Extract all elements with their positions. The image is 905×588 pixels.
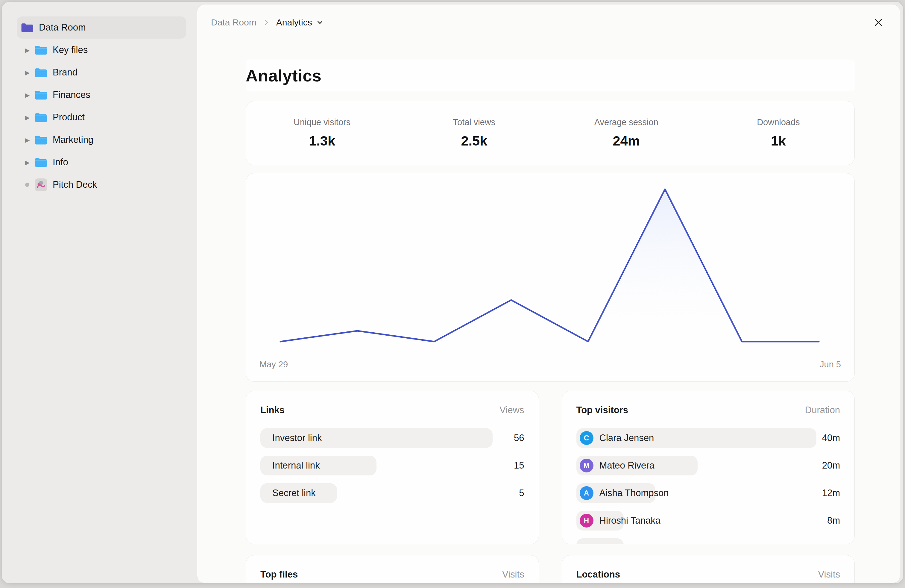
disclosure-triangle-icon: ▶ [25,137,30,143]
link-views-value: 5 [519,483,524,503]
disclosure-triangle-icon: ▶ [25,114,30,121]
close-button[interactable] [870,14,887,31]
sidebar-item[interactable]: ▶ Finances [17,84,186,106]
bottom-card-header: Locations Visits [576,569,840,580]
sidebar-item[interactable]: ▶ Product [17,106,186,129]
chevron-right-icon [263,19,270,26]
link-bar[interactable]: Secret link [260,483,337,503]
disclosure-slot[interactable]: ▶ [21,137,34,143]
stat: Downloads 1k [702,118,854,149]
bottom-card: Locations Visits [562,555,855,583]
visitor-row: H Hiroshi Tanaka 8m [576,511,840,531]
bullet-slot [21,183,34,187]
line-chart [246,173,855,382]
bottom-card-title: Locations [576,569,620,580]
dot-icon [25,183,29,187]
link-views-value: 15 [514,456,524,475]
breadcrumb-current-label: Analytics [276,17,312,27]
stat-label: Average session [550,118,702,127]
breadcrumb: Data Room Analytics [211,17,324,27]
x-axis-label-start: May 29 [259,359,288,369]
stat-value: 1k [702,133,854,149]
disclosure-triangle-icon: ▶ [25,159,30,165]
analytics-content: Analytics Unique visitors 1.3k Total vie… [246,60,855,583]
link-row: Internal link 15 [260,456,524,475]
panel-header: Data Room Analytics [197,5,900,40]
visitor-name: Hiroshi Tanaka [599,515,660,526]
top-visitors-card: Top visitors Duration C Clara Jensen [562,391,855,544]
visitor-bar[interactable]: H Hiroshi Tanaka [576,511,624,531]
sidebar-item-label: Key files [53,44,88,56]
visitor-bar[interactable]: A Aisha Thompson [576,483,656,503]
avatar: A [580,486,594,500]
visitor-duration-value: 20m [822,456,840,475]
visitors-card-header: Top visitors Duration [576,405,840,416]
links-views-header: Views [500,405,524,416]
breadcrumb-current[interactable]: Analytics [276,17,324,27]
disclosure-slot[interactable]: ▶ [21,159,34,165]
link-row: Secret link 5 [260,483,524,503]
links-card-title: Links [260,405,284,416]
folder-icon [34,89,48,100]
sidebar-item[interactable]: ▶ Key files [17,39,186,61]
stat-value: 1.3k [246,133,398,149]
disclosure-slot[interactable]: ▶ [21,114,34,121]
stat-label: Total views [398,118,550,127]
sidebar-item-label: Brand [53,67,78,78]
visitor-name: Aisha Thompson [599,488,669,499]
sidebar-item-label: Finances [53,89,90,100]
visitor-name: Mateo Rivera [599,460,654,471]
link-bar[interactable]: Investor link [260,428,492,448]
visitors-list: C Clara Jensen 40m M Mateo Rivera [576,428,840,544]
middle-cards-row: Links Views Investor link 56 [246,391,855,544]
folder-icon [34,44,48,56]
visitors-card-title: Top visitors [576,405,628,416]
sidebar-item[interactable]: ▶ Info [17,151,186,173]
links-list: Investor link 56 Internal link 15 [260,428,524,503]
disclosure-slot[interactable]: ▶ [21,47,34,53]
visitor-bar[interactable] [576,538,624,544]
link-bar[interactable]: Internal link [260,456,376,475]
stat: Total views 2.5k [398,118,550,149]
sidebar-item-label: Product [53,112,85,123]
stat: Unique visitors 1.3k [246,118,398,149]
bottom-card-header: Top files Visits [260,569,524,580]
disclosure-triangle-icon: ▶ [25,47,30,53]
page-title-strip: Analytics [246,60,855,91]
sidebar-item[interactable]: ▶ Marketing [17,129,186,151]
disclosure-slot[interactable]: ▶ [21,92,34,98]
disclosure-triangle-icon: ▶ [25,70,30,76]
sidebar-item-label: Marketing [53,134,94,145]
avatar: H [580,514,594,528]
visitor-bar[interactable]: M Mateo Rivera [576,456,698,475]
stats-card: Unique visitors 1.3k Total views 2.5k Av… [246,101,855,165]
stat: Average session 24m [550,118,702,149]
links-card: Links Views Investor link 56 [246,391,539,544]
visits-trend-chart: May 29 Jun 5 [246,173,855,382]
folder-icon [34,112,48,123]
folder-icon [34,67,48,78]
stat-value: 24m [550,133,702,149]
stat-value: 2.5k [398,133,550,149]
link-label: Investor link [272,432,322,443]
pitch-deck-thumbnail [34,179,48,191]
sidebar: Data Room ▶ Key files [2,2,197,583]
sidebar-item[interactable]: Pitch Deck [17,174,186,196]
disclosure-slot[interactable]: ▶ [21,70,34,76]
breadcrumb-parent[interactable]: Data Room [211,17,256,27]
screen: Data Room ▶ Key files [0,0,905,588]
visitor-bar[interactable]: C Clara Jensen [576,428,816,448]
stat-label: Downloads [702,118,854,127]
bottom-card-value-header: Visits [502,569,524,580]
link-label: Secret link [272,488,316,499]
visitor-duration-value: 40m [822,428,840,448]
sidebar-item[interactable]: ▶ Brand [17,61,186,84]
visitor-row [576,538,840,544]
folder-icon [34,157,48,168]
visitors-duration-header: Duration [805,405,840,416]
sidebar-item[interactable]: Data Room [17,16,186,39]
visitor-duration-value: 8m [827,511,840,531]
sidebar-item-label: Info [53,157,68,168]
page-title: Analytics [246,66,322,85]
app-window: Data Room ▶ Key files [2,2,903,583]
